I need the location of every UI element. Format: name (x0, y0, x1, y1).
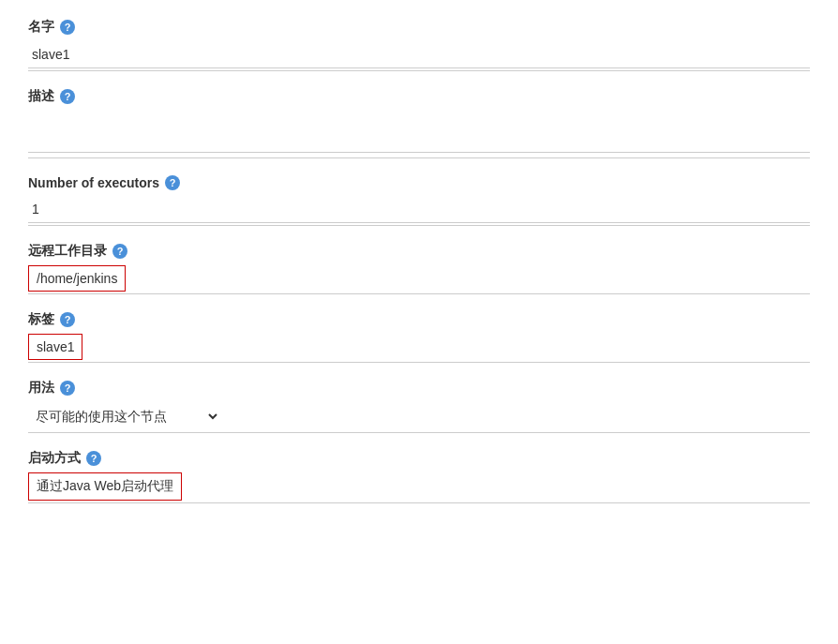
tags-section: 标签 ? slave1 (28, 311, 810, 363)
executors-section: Number of executors ? (28, 175, 810, 226)
description-input[interactable] (28, 111, 810, 153)
usage-label: 用法 ? (28, 380, 810, 397)
description-label: 描述 ? (28, 88, 810, 105)
executors-input-wrapper (28, 196, 810, 226)
name-section: 名字 ? (28, 19, 810, 71)
name-input-wrapper (28, 41, 810, 71)
tags-input[interactable]: slave1 (28, 334, 82, 360)
remote-dir-label: 远程工作目录 ? (28, 243, 810, 260)
launch-select[interactable]: 通过Java Web启动代理 (28, 472, 182, 501)
remote-dir-input[interactable]: /home/jenkins (28, 265, 126, 292)
remote-dir-input-wrapper: /home/jenkins (28, 265, 810, 294)
remote-dir-help-icon[interactable]: ? (112, 244, 127, 259)
launch-help-icon[interactable]: ? (86, 451, 101, 466)
name-input[interactable] (28, 41, 810, 68)
name-help-icon[interactable]: ? (60, 20, 75, 35)
description-help-icon[interactable]: ? (60, 89, 75, 104)
launch-label: 启动方式 ? (28, 450, 810, 467)
launch-input-wrapper: 通过Java Web启动代理 (28, 472, 810, 503)
tags-help-icon[interactable]: ? (60, 312, 75, 327)
name-label: 名字 ? (28, 19, 810, 36)
usage-select[interactable]: 尽可能的使用这个节点 只允许绑定到这台机器的Job (28, 402, 220, 430)
executors-label: Number of executors ? (28, 175, 810, 190)
executors-input[interactable] (28, 196, 810, 223)
description-input-wrapper (28, 111, 810, 158)
executors-help-icon[interactable]: ? (165, 175, 180, 190)
usage-section: 用法 ? 尽可能的使用这个节点 只允许绑定到这台机器的Job (28, 380, 810, 433)
description-section: 描述 ? (28, 88, 810, 158)
usage-select-wrapper: 尽可能的使用这个节点 只允许绑定到这台机器的Job (28, 402, 810, 433)
launch-section: 启动方式 ? 通过Java Web启动代理 (28, 450, 810, 503)
tags-label: 标签 ? (28, 311, 810, 328)
tags-input-wrapper: slave1 (28, 334, 810, 363)
usage-help-icon[interactable]: ? (60, 381, 75, 396)
remote-dir-section: 远程工作目录 ? /home/jenkins (28, 243, 810, 294)
